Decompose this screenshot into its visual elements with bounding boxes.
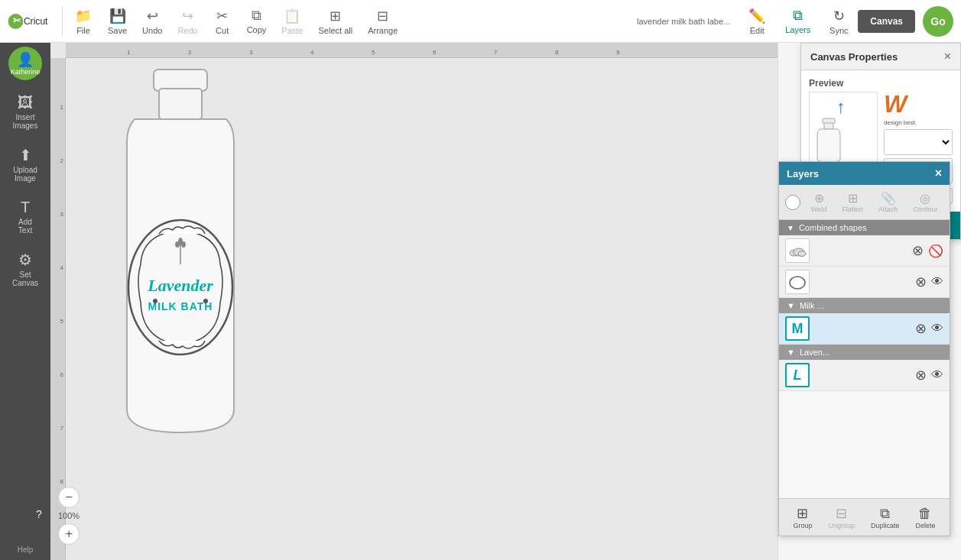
layer-item-cloud[interactable]: ⊗ 🚫 — [779, 235, 950, 267]
save-button[interactable]: 💾 Save — [100, 5, 135, 38]
ruler-h-7: 7 — [494, 49, 497, 56]
cut-button[interactable]: ✂ Cut — [206, 5, 239, 38]
file-label: File — [76, 26, 90, 35]
sidebar-item-insert-images[interactable]: 🖼 InsertImages — [2, 88, 48, 136]
weld-icon: ⊕ — [814, 191, 824, 206]
arrange-button[interactable]: ⊟ Arrange — [360, 5, 405, 38]
user-name: Katherine — [11, 68, 41, 76]
circle-visibility-icon[interactable]: 👁 — [931, 275, 943, 289]
layers-checkbox[interactable] — [785, 195, 800, 210]
copy-button[interactable]: ⧉ Copy — [239, 5, 274, 37]
layers-actions: ⊕ Weld ⊞ Flatten 📎 Attach ◎ Contour — [779, 185, 950, 220]
arrange-icon: ⊟ — [377, 8, 388, 24]
zoom-out-button[interactable]: − — [58, 487, 80, 508]
copy-icon: ⧉ — [252, 8, 261, 24]
redo-button[interactable]: ↪ Redo — [170, 5, 205, 38]
svg-text:Cricut: Cricut — [24, 15, 48, 26]
layer-controls-milk: ⊗ 👁 — [915, 320, 943, 337]
file-button[interactable]: 📁 File — [67, 5, 100, 38]
ruler-v-2: 2 — [60, 157, 63, 164]
milk-label: Milk ... — [800, 301, 824, 310]
layers-bottom-actions: ⊞ Group ⊟ Ungroup ⧉ Duplicate 🗑 Delete — [779, 498, 950, 536]
layer-item-milk[interactable]: M ⊗ 👁 — [779, 313, 950, 345]
redo-icon: ↪ — [182, 8, 193, 24]
svg-point-12 — [175, 241, 180, 248]
ruler-horizontal: 1 2 3 4 5 6 7 8 9 — [66, 43, 778, 58]
cloud-visibility-icon[interactable]: 🚫 — [928, 244, 943, 258]
delete-label: Delete — [915, 522, 935, 529]
svg-point-9 — [203, 299, 208, 303]
milk-visibility-icon[interactable]: 👁 — [931, 322, 943, 335]
undo-icon: ↩ — [147, 8, 158, 24]
user-avatar[interactable]: 👤 Katherine — [8, 47, 42, 80]
ungroup-button[interactable]: ⊟ Ungroup — [822, 503, 861, 531]
canvas-label: Canvas — [870, 16, 903, 27]
contour-button[interactable]: ◎ Contour — [908, 189, 942, 215]
delete-button[interactable]: 🗑 Delete — [909, 504, 941, 531]
ruler-v-7: 7 — [60, 425, 63, 432]
milk-delete-icon[interactable]: ⊗ — [915, 320, 927, 337]
cut-icon: ✂ — [216, 8, 228, 24]
milk-arrow: ▼ — [787, 301, 795, 310]
flatten-label: Flatten — [842, 206, 863, 213]
sidebar-item-add-text[interactable]: T AddText — [2, 193, 48, 241]
duplicate-icon: ⧉ — [880, 506, 890, 522]
ruler-vertical: 1 2 3 4 5 6 7 8 9 — [50, 58, 66, 560]
lavender-section[interactable]: ▼ Laven... — [779, 345, 950, 360]
svg-rect-3 — [154, 70, 207, 91]
layer-thumb-circle — [785, 270, 810, 294]
duplicate-button[interactable]: ⧉ Duplicate — [865, 504, 906, 531]
layer-thumb-lavender: L — [785, 363, 810, 387]
lavender-delete-icon[interactable]: ⊗ — [915, 367, 927, 384]
ruler-h-3: 3 — [249, 49, 252, 56]
milk-section[interactable]: ▼ Milk ... — [779, 298, 950, 313]
preview-design-text: design best. — [884, 119, 953, 126]
sidebar-item-set-canvas[interactable]: ⚙ SetCanvas — [2, 244, 48, 293]
undo-button[interactable]: ↩ Undo — [135, 5, 170, 38]
layers-button[interactable]: ⧉ Layers — [776, 5, 820, 37]
edit-button[interactable]: ✏️ Edit — [738, 5, 776, 38]
set-canvas-label: SetCanvas — [12, 270, 38, 287]
canvas-area[interactable]: 1 2 3 4 5 6 7 8 9 1 2 3 4 5 6 7 8 9 — [50, 43, 778, 560]
combined-shapes-section[interactable]: ▼ Combined shapes — [779, 220, 950, 235]
circle-thumb-svg — [788, 273, 807, 291]
preview-arrow: ↑ — [836, 96, 846, 118]
paste-button[interactable]: 📋 Paste — [274, 5, 310, 38]
user-icon: 👤 — [17, 51, 34, 68]
help-button[interactable]: ? — [28, 503, 50, 525]
insert-images-icon: 🖼 — [18, 94, 33, 112]
ruler-v-6: 6 — [60, 371, 63, 378]
upload-image-icon: ⬆ — [19, 146, 32, 164]
layer-item-lavender[interactable]: L ⊗ 👁 — [779, 360, 950, 391]
cloud-delete-icon[interactable]: ⊗ — [912, 242, 924, 259]
sidebar-item-upload-image[interactable]: ⬆ UploadImage — [2, 140, 48, 189]
lavender-label: Laven... — [800, 348, 830, 357]
sync-label: Sync — [830, 26, 848, 35]
sync-button[interactable]: ↻ Sync — [820, 5, 858, 38]
lavender-visibility-icon[interactable]: 👁 — [931, 368, 943, 382]
zoom-in-icon: + — [65, 527, 72, 541]
layer-controls-circle: ⊗ 👁 — [915, 274, 943, 290]
go-button[interactable]: Go — [923, 6, 953, 37]
layers-panel-close-button[interactable]: × — [935, 167, 942, 180]
circle-delete-icon[interactable]: ⊗ — [915, 274, 927, 290]
upload-image-label: UploadImage — [13, 166, 37, 183]
edit-icon: ✏️ — [748, 8, 765, 24]
ruler-h-8: 8 — [555, 49, 558, 56]
canvas-properties-close-button[interactable]: × — [944, 50, 951, 63]
ruler-h-4: 4 — [310, 49, 313, 56]
zoom-in-button[interactable]: + — [58, 523, 80, 545]
attach-button[interactable]: 📎 Attach — [874, 189, 903, 215]
flatten-button[interactable]: ⊞ Flatten — [837, 189, 868, 215]
insert-images-label: InsertImages — [13, 113, 38, 130]
canvas-button[interactable]: Canvas — [858, 10, 915, 33]
go-label: Go — [930, 15, 945, 28]
weld-button[interactable]: ⊕ Weld — [807, 189, 831, 215]
flatten-icon: ⊞ — [848, 191, 858, 206]
group-button[interactable]: ⊞ Group — [787, 503, 818, 531]
ruler-h-2: 2 — [188, 49, 191, 56]
layer-item-circle[interactable]: ⊗ 👁 — [779, 267, 950, 298]
select-all-button[interactable]: ⊞ Select all — [311, 5, 361, 38]
right-toolbar: ✏️ Edit ⧉ Layers ↻ Sync Canvas — [738, 5, 915, 38]
canvas-width-select[interactable] — [884, 129, 953, 155]
